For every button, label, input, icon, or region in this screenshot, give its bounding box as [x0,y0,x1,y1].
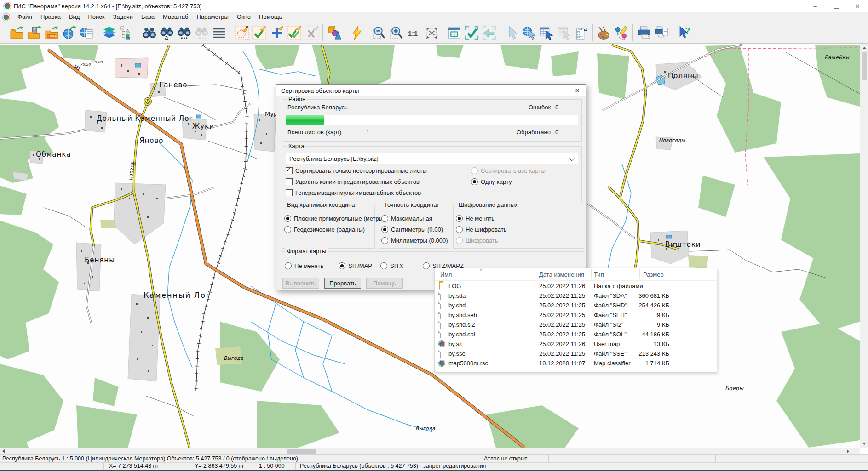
open-database-map-icon[interactable]: DBM [43,23,60,42]
file-row[interactable]: by.sit25.02.2022 11:26User map13 КБ [435,339,717,349]
column-date[interactable]: Дата изменения [539,271,584,278]
checkbox-cb-list-1[interactable]: Удалять копии отредактированных объектов [286,178,427,185]
scale-1-1-icon[interactable]: 1:1 [405,23,423,42]
radio-precision-list-0[interactable]: Максимальная [381,215,448,222]
radio-format-list-0[interactable]: Не менять [285,262,323,269]
map-passport-icon[interactable] [78,23,95,42]
zoom-out-icon[interactable] [370,23,388,42]
find-by-name-icon[interactable]: a [158,23,175,42]
menu-item-9[interactable]: Помощь [255,12,286,22]
file-icon [440,321,441,329]
menu-item-4[interactable]: Задачи [109,12,137,22]
menu-item-7[interactable]: Параметры [193,12,233,22]
close-button[interactable]: ✕ [847,0,868,12]
measurements-icon[interactable] [613,23,630,42]
checkbox-cb-list-0[interactable]: Сортировать только неотсортированные лис… [286,167,427,174]
file-icon [440,330,441,338]
maximize-button[interactable] [826,0,847,12]
object-attributes-icon[interactable]: a [573,23,590,42]
select-double-icon[interactable] [285,23,303,42]
execute-button[interactable]: Выполнить [282,278,319,289]
radio-precision-list-1[interactable]: Сантиметры (0.00) [381,226,448,233]
menu-item-8[interactable]: Окно [233,12,255,22]
map-label: Выгода [415,426,435,431]
radio-encryption-list-1[interactable]: Не шифровать [456,226,507,233]
scroll-right-icon[interactable] [847,449,849,453]
find-selected-icon[interactable] [193,23,210,42]
vertical-scrollbar[interactable] [860,44,868,448]
layers-icon[interactable] [100,23,118,42]
menu-item-6[interactable]: Масштаб [159,12,193,22]
apply-selection-icon[interactable] [463,23,480,42]
radio-format-list-2[interactable]: SITX [380,262,403,269]
radio-icon [339,262,345,269]
open-internet-map-icon[interactable] [60,23,78,42]
map-label: Виштоки [665,240,701,249]
map-select[interactable]: Республика Беларусь [E:\by.sitz] [286,153,578,164]
pointer-table-icon[interactable] [538,23,555,42]
pointer-map-icon[interactable] [520,23,538,42]
menu-item-5[interactable]: База [137,12,159,22]
abort-button[interactable]: Прервать [324,278,361,289]
app-logo-icon [4,2,11,10]
view-3d-icon[interactable] [325,23,343,42]
open-server-map-icon[interactable] [25,23,43,42]
column-name[interactable]: Имя [440,271,452,278]
radio-scope-list-1[interactable]: Одну карту [471,178,546,185]
fit-to-window-icon[interactable] [423,23,440,42]
print-icon[interactable] [635,23,653,42]
select-confirm-icon[interactable] [250,23,268,42]
file-row[interactable]: map5000m.rsc10.12.2020 11:07Map classifi… [435,358,717,368]
menu-item-0[interactable]: Файл [13,12,36,22]
column-type[interactable]: Тип [594,271,604,278]
scroll-up-icon[interactable] [862,47,866,49]
horizontal-scroll-thumb[interactable] [287,449,316,454]
help-icon[interactable]: ? [675,23,693,42]
menu-item-1[interactable]: Правка [36,12,65,22]
find-object-icon[interactable] [140,23,158,42]
coords-group-label: Вид хранимых координат [285,202,359,208]
file-name: by.sit [448,340,462,347]
object-list-icon[interactable] [210,23,228,42]
dialog-titlebar[interactable]: Сортировка объектов карты ✕ [276,85,586,96]
find-advanced-icon[interactable] [175,23,193,42]
open-map-icon[interactable] [8,23,25,42]
toolbar-grip[interactable] [2,24,5,41]
horizontal-scrollbar[interactable] [0,448,860,454]
scroll-left-icon[interactable] [2,449,5,453]
layer-legend-icon[interactable] [118,23,135,42]
radio-encryption-list-0[interactable]: Не менять [456,215,507,222]
select-area-icon[interactable] [233,23,250,42]
file-row[interactable]: by.shd.sol25.02.2022 11:25Файл "SOL"44 1… [435,329,717,339]
pointer-database-icon[interactable]: DBM [555,23,573,42]
select-add-icon[interactable] [268,23,285,42]
radio-precision-list-2[interactable]: Миллиметры (0.000) [381,237,448,244]
quick-redraw-icon[interactable] [348,23,365,42]
scroll-down-icon[interactable] [862,443,866,445]
file-row[interactable]: by.sda25.02.2022 11:25Файл "SDA"360 681 … [435,291,717,301]
undo-view-icon[interactable] [480,23,498,42]
task-panel-icon[interactable] [445,23,463,42]
dialog-close-icon[interactable]: ✕ [570,85,584,96]
minimize-button[interactable]: – [805,0,826,12]
application-window: ГИС "Панорама" версия 14.2.1 x64 - [E:\b… [0,0,868,471]
menu-item-2[interactable]: Вид [65,12,84,22]
pointer-icon[interactable] [503,23,520,42]
radio-coords-list-1[interactable]: Геодезические (радианы) [284,226,385,233]
checkbox-cb-list-2[interactable]: Генерализация мультимасштабных объектов [286,189,427,196]
file-row[interactable]: by.shd25.02.2022 11:25Файл "SHD"254 426 … [435,301,717,310]
file-row[interactable]: by.shd.seh25.02.2022 11:25Файл "SEH"9 КБ [435,310,717,320]
zoom-in-icon[interactable] [388,23,405,42]
radio-format-list-1[interactable]: SIT/MAP [339,262,372,269]
file-row[interactable]: LOG25.02.2022 11:26Папка с файлами [435,281,717,291]
vertical-scroll-thumb[interactable] [862,52,867,80]
print-preview-icon[interactable] [653,23,670,42]
column-size[interactable]: Размер [643,271,664,278]
menu-item-3[interactable]: Поиск [84,12,109,22]
radio-coords-list-0[interactable]: Плоские прямоугольные (метры) [284,215,385,222]
select-cancel-icon[interactable] [303,23,320,42]
map-design-icon[interactable] [595,23,613,42]
file-row[interactable]: by.sse25.02.2022 11:25Файл "SSE"213 243 … [435,349,717,358]
help-button[interactable]: Помощь [366,278,403,289]
file-row[interactable]: by.shd.si225.02.2022 11:25Файл "SI2"9 КБ [435,320,717,329]
